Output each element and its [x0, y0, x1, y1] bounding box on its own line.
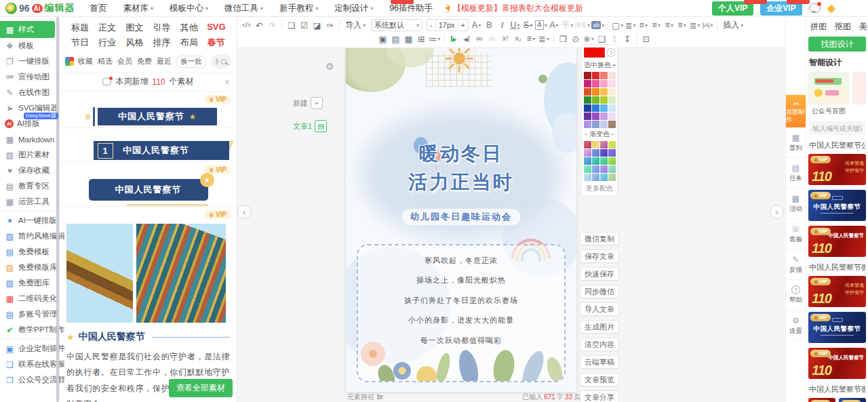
poster-title[interactable]: 暖动冬日 活力正当时: [346, 140, 576, 197]
comment-icon[interactable]: ❑: [596, 33, 608, 45]
nav-menu-item[interactable]: 模板中心▾: [170, 3, 208, 14]
gradient-swatch[interactable]: [592, 165, 599, 173]
cursor-insert-icon[interactable]: I▸: [448, 33, 460, 45]
right-panel-tab[interactable]: 抠图: [835, 21, 851, 33]
sidebar-item[interactable]: ❐一键排版: [0, 54, 59, 69]
cursor-back-icon[interactable]: ◂I: [461, 33, 473, 45]
unordered-list-icon[interactable]: ≣▾: [538, 33, 550, 45]
increase-font-icon[interactable]: +: [458, 21, 468, 29]
texture-icon[interactable]: ▦: [403, 33, 414, 45]
gradient-swatch[interactable]: [592, 149, 599, 157]
align-justify-icon[interactable]: ≡▾: [676, 19, 688, 31]
selected-recolor-label[interactable]: 选中换色 ▾: [584, 60, 615, 70]
poster-body-line[interactable]: 操场之上，像阳光般炽热: [358, 275, 564, 285]
template-card[interactable]: ♛VIP110中国人民警察节: [808, 348, 866, 379]
align-center-icon[interactable]: ≡▾: [650, 19, 662, 31]
effects-icon[interactable]: ※▾: [583, 33, 595, 45]
template-card[interactable]: ♛VIP: [839, 398, 866, 402]
sidebar-item[interactable]: ▣企业定制插件: [0, 341, 59, 357]
strip-item-活动[interactable]: ▩活动: [786, 188, 806, 219]
color-swatch[interactable]: [592, 121, 599, 128]
strikethrough-icon[interactable]: S▾: [522, 19, 534, 31]
poster-text-card[interactable]: 寒风吹起，冬意正浓操场之上，像阳光般炽热孩子们奔赴了冬日里的欢乐赛场小小的身影，…: [357, 244, 566, 382]
letter-spacing-icon[interactable]: 平▾: [561, 19, 574, 31]
strip-item-客服[interactable]: ☏客服: [786, 219, 806, 249]
filter-label[interactable]: 会员: [117, 56, 132, 66]
sidebar-item[interactable]: ▨简约风格编辑: [0, 228, 59, 244]
gradient-swatch[interactable]: [584, 165, 591, 173]
poster-body-line[interactable]: 每一次跃动都值得喝彩: [358, 336, 564, 346]
cover-maker-button[interactable]: ✂ 首图制作: [786, 95, 806, 127]
font-color-icon[interactable]: A▾: [471, 19, 482, 31]
sidebar-item[interactable]: ▦Markdown: [0, 132, 59, 147]
line-height-icon[interactable]: ≣▾: [625, 19, 636, 31]
gradient-swatch[interactable]: [600, 141, 608, 148]
style-template-1[interactable]: ♛VIP 中国人民警察节★: [60, 92, 237, 128]
decrease-font-icon[interactable]: -: [427, 21, 435, 29]
color-swatch[interactable]: [608, 113, 616, 120]
nav-menu-item[interactable]: 素材库▾: [123, 3, 154, 14]
action-button[interactable]: 文章预览: [580, 373, 619, 386]
insert-table-icon[interactable]: ⊞: [416, 33, 427, 45]
link-icon[interactable]: ∞: [474, 33, 486, 45]
undo-icon[interactable]: ↶: [254, 19, 265, 31]
color-swatch[interactable]: [584, 80, 591, 87]
material-tab[interactable]: 节日: [66, 37, 94, 49]
document-page[interactable]: ☀ 暖动冬日 活力正当时 幼儿园冬日趣味运动会 寒风吹起，冬意正浓操场之上，像阳…: [346, 47, 576, 392]
filter-label[interactable]: 精选: [98, 56, 113, 66]
help-icon[interactable]: ?: [607, 48, 615, 57]
filter-label[interactable]: 收藏: [78, 56, 93, 66]
template-card[interactable]: ♛VIP中国人民警察节: [808, 312, 866, 343]
action-button[interactable]: 保存文章: [580, 249, 619, 263]
word-import-icon[interactable]: ❏: [285, 19, 297, 31]
color-swatch[interactable]: [600, 96, 608, 104]
filter-label[interactable]: 免费: [137, 56, 152, 66]
subscript-icon[interactable]: X₂: [513, 33, 524, 45]
gradient-swatch[interactable]: [608, 141, 616, 148]
next-page-arrow[interactable]: ›: [770, 205, 784, 219]
color-swatch[interactable]: [608, 72, 616, 79]
nav-menu-item[interactable]: 定制设计▾: [334, 3, 373, 14]
template-card[interactable]: ♛VIP中国人民警察节: [808, 190, 866, 221]
material-tab[interactable]: 风格: [121, 37, 148, 49]
sidebar-item[interactable]: ▦运营工具: [0, 194, 59, 209]
action-button[interactable]: 清空内容: [580, 338, 619, 351]
gradient-swatch[interactable]: [592, 141, 599, 148]
superscript-icon[interactable]: X²: [500, 33, 511, 45]
italic-icon[interactable]: I: [496, 19, 508, 31]
canvas-settings-gear-icon[interactable]: ⚙: [326, 61, 334, 72]
poster-body-line[interactable]: 寒风吹起，冬意正浓: [358, 256, 564, 266]
action-button[interactable]: 快速保存: [580, 267, 619, 281]
gradient-swatch[interactable]: [584, 141, 591, 148]
underline-icon[interactable]: U▾: [509, 19, 521, 31]
cover-thumbnail[interactable]: 公众号首图: [808, 72, 849, 116]
action-button[interactable]: 文章分享: [580, 390, 619, 402]
right-panel-tab[interactable]: 拼图: [810, 21, 827, 33]
gradient-swatch[interactable]: [608, 157, 616, 165]
to-top-icon[interactable]: ↥: [609, 33, 620, 45]
color-filter-icon[interactable]: [65, 57, 74, 66]
color-swatch[interactable]: [600, 104, 608, 112]
gradient-swatch[interactable]: [600, 149, 608, 157]
sidebar-item[interactable]: ❑联系在线客服: [0, 357, 59, 372]
material-tab[interactable]: SVG: [203, 22, 230, 34]
sidebar-item[interactable]: ▨免费模版库: [0, 260, 59, 275]
style-template-2[interactable]: 1 中国人民警察节: [60, 128, 237, 162]
image-tools-icon[interactable]: ▤: [390, 33, 401, 45]
nav-menu-item[interactable]: 96插件助手: [389, 3, 433, 14]
align-right-icon[interactable]: ≡▾: [663, 19, 675, 31]
style-template-3[interactable]: ♛VIP 中国人民警察节 ★: [60, 162, 237, 207]
color-swatch[interactable]: [600, 113, 608, 120]
paste-icon[interactable]: ❐: [557, 33, 569, 45]
sidebar-item[interactable]: ▦二维码美化: [0, 291, 59, 306]
gradient-swatch[interactable]: [584, 149, 591, 157]
gradient-text-icon[interactable]: 渐变▾: [574, 19, 590, 31]
format-painter-icon[interactable]: ✑: [324, 19, 336, 31]
align-left-icon[interactable]: ≡▾: [637, 19, 649, 31]
background-color-icon[interactable]: A▾: [535, 19, 547, 31]
gradient-swatch[interactable]: [592, 174, 599, 181]
art-text-icon[interactable]: A▾: [549, 19, 560, 31]
more-colors-link[interactable]: 更多配色: [584, 184, 615, 193]
find-replace-icon[interactable]: ⊙: [570, 33, 582, 45]
filter-label[interactable]: 最近: [157, 56, 172, 66]
